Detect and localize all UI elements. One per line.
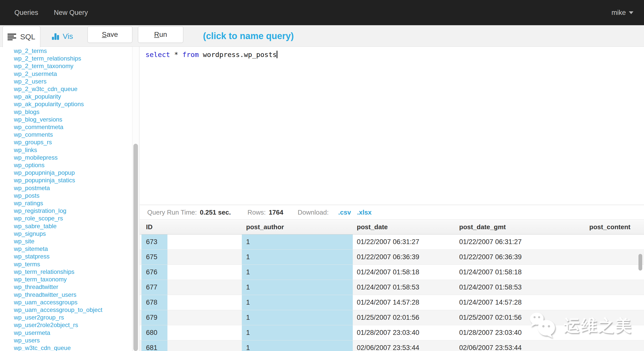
column-header-post-author[interactable]: post_author: [242, 223, 353, 231]
sidebar-scrollbar-thumb[interactable]: [133, 144, 138, 351]
cell-post-date[interactable]: 01/24/2007 01:58:53: [353, 280, 456, 295]
sidebar-table-link[interactable]: wp_statpress: [14, 253, 139, 260]
cell-post-content[interactable]: [585, 280, 644, 295]
sidebar-table-link[interactable]: wp_mobilepress: [14, 154, 139, 161]
user-menu[interactable]: mike: [611, 9, 644, 17]
cell-post-date-gmt[interactable]: 01/24/2007 01:58:53: [456, 280, 585, 295]
cell-post-date-gmt[interactable]: 01/25/2007 02:01:56: [456, 310, 585, 325]
save-button[interactable]: Save: [87, 26, 132, 43]
sidebar-table-link[interactable]: wp_2_users: [14, 78, 139, 85]
query-name-placeholder[interactable]: (click to name query): [203, 25, 294, 47]
sidebar-table-link[interactable]: wp_postmeta: [14, 184, 139, 192]
run-button[interactable]: Run: [138, 26, 183, 43]
sidebar-table-link[interactable]: wp_popupninja_popup: [14, 169, 139, 177]
nav-queries[interactable]: Queries: [14, 9, 38, 17]
sidebar-table-link[interactable]: wp_threadtwitter_users: [14, 291, 139, 299]
sidebar-scrollbar[interactable]: [132, 47, 139, 351]
cell-post-date-gmt[interactable]: 01/22/2007 06:36:39: [456, 250, 585, 265]
sidebar-table-link[interactable]: wp_posts: [14, 192, 139, 199]
cell-post-date[interactable]: 01/22/2007 06:36:39: [353, 250, 456, 265]
sidebar-table-link[interactable]: wp_usermeta: [14, 329, 139, 337]
cell-post-author[interactable]: 1: [242, 325, 353, 340]
cell-id[interactable]: 678: [141, 295, 167, 310]
sidebar-table-link[interactable]: wp_options: [14, 161, 139, 169]
sidebar-table-link[interactable]: wp_term_relationships: [14, 268, 139, 276]
sidebar-table-link[interactable]: wp_2_term_relationships: [14, 55, 139, 62]
cell-post-date[interactable]: 01/28/2007 23:03:40: [353, 325, 456, 340]
cell-id[interactable]: 680: [141, 325, 167, 340]
column-header-post-date-gmt[interactable]: post_date_gmt: [456, 223, 585, 231]
sidebar-table-link[interactable]: wp_commentmeta: [14, 123, 139, 131]
sidebar-table-link[interactable]: wp_sabre_table: [14, 222, 139, 230]
cell-id[interactable]: 673: [141, 235, 167, 249]
cell-id[interactable]: 676: [141, 265, 167, 280]
table-row[interactable]: 678101/24/2007 14:57:2801/24/2007 14:57:…: [140, 295, 644, 310]
sidebar-table-link[interactable]: wp_user2group_rs: [14, 314, 139, 321]
sidebar-table-link[interactable]: wp_term_taxonomy: [14, 276, 139, 283]
cell-id[interactable]: 681: [141, 340, 167, 351]
cell-id[interactable]: 675: [141, 250, 167, 265]
cell-post-content[interactable]: [585, 310, 644, 325]
cell-post-author[interactable]: 1: [242, 250, 353, 265]
sidebar-table-link[interactable]: wp_blog_versions: [14, 116, 139, 123]
table-row[interactable]: 677101/24/2007 01:58:5301/24/2007 01:58:…: [140, 280, 644, 295]
cell-post-content[interactable]: [585, 235, 644, 249]
sidebar-table-link[interactable]: wp_threadtwitter: [14, 283, 139, 291]
cell-id[interactable]: 679: [141, 310, 167, 325]
sql-editor[interactable]: select * from wordpress.wp_posts: [140, 47, 644, 205]
cell-post-author[interactable]: 1: [242, 235, 353, 249]
download-csv-link[interactable]: .csv: [338, 209, 351, 216]
sidebar-table-link[interactable]: wp_ak_popularity: [14, 93, 139, 100]
sidebar-table-link[interactable]: wp_signups: [14, 230, 139, 238]
sidebar-table-link[interactable]: wp_registration_log: [14, 207, 139, 215]
cell-post-date[interactable]: 02/06/2007 23:53:44: [353, 340, 456, 351]
cell-post-date[interactable]: 01/24/2007 14:57:28: [353, 295, 456, 310]
cell-post-date-gmt[interactable]: 01/22/2007 06:31:27: [456, 235, 585, 249]
sidebar-table-link[interactable]: wp_2_term_taxonomy: [14, 62, 139, 70]
sidebar-table-link[interactable]: wp_terms: [14, 260, 139, 268]
cell-post-date[interactable]: 01/25/2007 02:01:56: [353, 310, 456, 325]
table-row[interactable]: 679101/25/2007 02:01:5601/25/2007 02:01:…: [140, 310, 644, 325]
sidebar-table-link[interactable]: wp_groups_rs: [14, 138, 139, 146]
sidebar-table-link[interactable]: wp_blogs: [14, 108, 139, 116]
sidebar-table-link[interactable]: wp_2_w3tc_cdn_queue: [14, 85, 139, 93]
cell-post-content[interactable]: [585, 265, 644, 280]
table-row[interactable]: 675101/22/2007 06:36:3901/22/2007 06:36:…: [140, 250, 644, 265]
sidebar-table-link[interactable]: wp_uam_accessgroups: [14, 299, 139, 306]
column-header-post-date[interactable]: post_date: [353, 223, 456, 231]
sidebar-table-link[interactable]: wp_uam_accessgroup_to_object: [14, 306, 139, 314]
cell-post-date-gmt[interactable]: 02/06/2007 23:53:44: [456, 340, 585, 351]
column-header-post-content[interactable]: post_content: [585, 223, 644, 231]
cell-id[interactable]: 677: [141, 280, 167, 295]
sidebar-table-link[interactable]: wp_site: [14, 238, 139, 245]
cell-post-content[interactable]: [585, 295, 644, 310]
cell-post-date[interactable]: 01/24/2007 01:58:18: [353, 265, 456, 280]
cell-post-author[interactable]: 1: [242, 280, 353, 295]
sidebar-table-link[interactable]: wp_links: [14, 146, 139, 154]
sidebar-table-link[interactable]: wp_ak_popularity_options: [14, 100, 139, 108]
cell-post-content[interactable]: [585, 250, 644, 265]
column-header-id[interactable]: ID: [141, 223, 242, 231]
cell-post-date-gmt[interactable]: 01/28/2007 23:03:40: [456, 325, 585, 340]
table-row[interactable]: 681102/06/2007 23:53:4402/06/2007 23:53:…: [140, 340, 644, 351]
results-scrollbar-thumb[interactable]: [638, 254, 642, 271]
sidebar-table-link[interactable]: wp_popupninja_statics: [14, 177, 139, 184]
tab-vis[interactable]: Vis: [47, 26, 78, 47]
sidebar-table-link[interactable]: wp_user2role2object_rs: [14, 321, 139, 329]
cell-post-content[interactable]: [585, 325, 644, 340]
cell-post-author[interactable]: 1: [242, 265, 353, 280]
sidebar-table-link[interactable]: wp_role_scope_rs: [14, 215, 139, 222]
table-row[interactable]: 673101/22/2007 06:31:2701/22/2007 06:31:…: [140, 235, 644, 250]
cell-post-date-gmt[interactable]: 01/24/2007 14:57:28: [456, 295, 585, 310]
tab-sql[interactable]: SQL: [3, 26, 40, 47]
cell-post-author[interactable]: 1: [242, 295, 353, 310]
cell-post-content[interactable]: [585, 340, 644, 351]
sidebar-table-link[interactable]: wp_comments: [14, 131, 139, 138]
nav-new-query[interactable]: New Query: [54, 9, 88, 17]
sidebar-table-link[interactable]: wp_2_usermeta: [14, 70, 139, 78]
sidebar-table-link[interactable]: wp_ratings: [14, 199, 139, 207]
sidebar-table-link[interactable]: wp_sitemeta: [14, 245, 139, 253]
cell-post-author[interactable]: 1: [242, 310, 353, 325]
cell-post-date-gmt[interactable]: 01/24/2007 01:58:18: [456, 265, 585, 280]
table-row[interactable]: 680101/28/2007 23:03:4001/28/2007 23:03:…: [140, 325, 644, 340]
